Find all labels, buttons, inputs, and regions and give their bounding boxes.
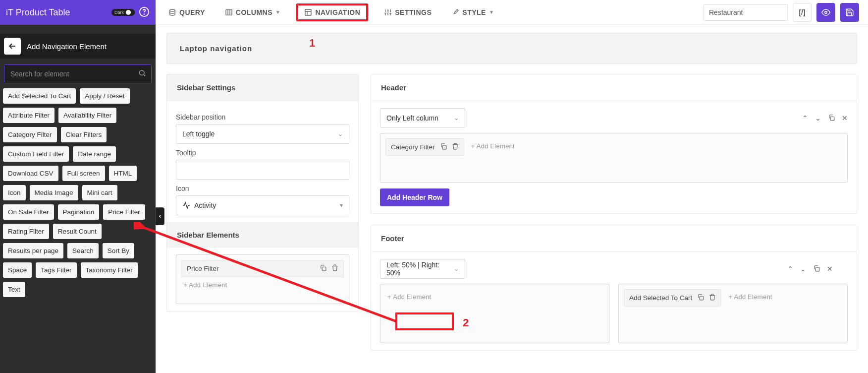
dark-mode-toggle[interactable]: Dark <box>111 9 135 16</box>
close-icon[interactable]: ✕ <box>827 265 833 273</box>
sidebar-settings-heading: Sidebar Settings <box>167 74 358 101</box>
add-header-element[interactable]: + Add Element <box>469 138 517 154</box>
footer-body: Left: 50% | Right: 50% ⌄ ⌃ ⌄ ✕ + Add Ele… <box>371 252 857 350</box>
dark-label: Dark <box>114 10 124 15</box>
trash-icon[interactable] <box>709 294 716 302</box>
svg-rect-10 <box>815 267 819 271</box>
svg-rect-9 <box>442 145 446 149</box>
sidebar-settings-body: Sidebar position Left toggle ⌄ Tooltip I… <box>167 101 358 222</box>
element-chip[interactable]: Text <box>3 282 25 297</box>
columns: Sidebar Settings Sidebar position Left t… <box>166 74 857 351</box>
tab-style[interactable]: STYLE ▼ <box>447 5 498 19</box>
tab-query-label: QUERY <box>179 8 205 16</box>
tab-query[interactable]: QUERY <box>164 5 209 19</box>
save-button[interactable] <box>840 3 859 22</box>
add-footer-left-element[interactable]: + Add Element <box>385 289 604 305</box>
element-chip-label: Price Filter <box>187 265 315 272</box>
left-column: Sidebar Settings Sidebar position Left t… <box>166 74 359 311</box>
element-chip[interactable]: Clear Filters <box>61 127 107 142</box>
element-chip[interactable]: Media Image <box>30 185 78 200</box>
footer-layout-select[interactable]: Left: 50% | Right: 50% ⌄ <box>380 259 465 279</box>
element-chip[interactable]: Availability Filter <box>58 108 116 123</box>
element-chip[interactable]: Pagination <box>58 204 100 220</box>
svg-point-2 <box>140 70 144 75</box>
element-chip[interactable]: Apply / Reset <box>80 88 129 104</box>
header-element-chip[interactable]: Category Filter <box>385 138 464 156</box>
chevron-down-icon[interactable]: ⌄ <box>815 114 821 122</box>
add-sidebar-element[interactable]: + Add Element <box>181 277 344 293</box>
topbar: QUERY COLUMNS ▼ NAVIGATION SETTINGS STYL… <box>156 0 868 25</box>
sidebar-header-right: Dark <box>111 6 150 19</box>
header-row-actions: ⌃ ⌄ ✕ <box>802 114 848 123</box>
search-icon[interactable] <box>138 69 146 79</box>
trash-icon[interactable] <box>452 143 459 151</box>
element-chip[interactable]: Results per page <box>3 243 63 258</box>
element-chip[interactable]: Taxonomy Filter <box>81 262 138 278</box>
element-chip[interactable]: Custom Field Filter <box>3 146 69 162</box>
topbar-tabs: QUERY COLUMNS ▼ NAVIGATION SETTINGS STYL… <box>164 3 498 21</box>
trash-icon[interactable] <box>331 264 338 273</box>
footer-right-dropzone[interactable]: Add Selected To Cart + Add Element <box>618 284 848 343</box>
element-chip[interactable]: Attribute Filter <box>3 108 54 123</box>
tab-columns[interactable]: COLUMNS ▼ <box>221 5 285 19</box>
tab-settings[interactable]: SETTINGS <box>380 5 435 19</box>
add-header-row-button[interactable]: Add Header Row <box>380 188 449 206</box>
chevron-up-icon[interactable]: ⌃ <box>787 265 793 273</box>
svg-rect-8 <box>830 117 834 121</box>
svg-rect-11 <box>700 296 704 300</box>
close-icon[interactable]: ✕ <box>842 114 848 122</box>
element-chip[interactable]: HTML <box>109 166 137 181</box>
add-footer-right-element[interactable]: + Add Element <box>726 289 774 305</box>
element-chip[interactable]: Result Count <box>53 224 102 239</box>
sidebar-elements-body: Price Filter + Add Element <box>167 248 358 311</box>
element-chip[interactable]: Sort By <box>103 243 134 258</box>
preview-button[interactable] <box>816 3 835 22</box>
copy-icon[interactable] <box>697 294 704 302</box>
chevron-down-icon: ⌄ <box>454 265 459 272</box>
element-chip[interactable]: Download CSV <box>3 166 58 181</box>
back-button[interactable] <box>4 38 21 55</box>
footer-right-chip[interactable]: Add Selected To Cart <box>624 289 721 307</box>
sidebar-header: iT Product Table Dark <box>0 0 156 25</box>
element-chip[interactable]: Rating Filter <box>3 224 49 239</box>
icon-select[interactable]: Activity ▾ <box>176 195 349 215</box>
element-chip[interactable]: On Sale Filter <box>3 204 54 220</box>
header-dropzone[interactable]: Category Filter + Add Element <box>380 133 848 183</box>
element-chip[interactable]: Tags Filter <box>36 262 76 278</box>
element-chip[interactable]: Full screen <box>62 166 105 181</box>
element-chip[interactable]: Search <box>67 243 99 258</box>
chevron-down-icon[interactable]: ⌄ <box>800 265 806 273</box>
tab-navigation[interactable]: NAVIGATION <box>296 3 368 21</box>
element-chip[interactable]: Price Filter <box>103 204 145 220</box>
page-header: Laptop navigation <box>166 33 857 64</box>
element-chip[interactable]: Date range <box>73 146 116 162</box>
sidebar-collapse-handle[interactable] <box>156 207 164 225</box>
element-chip[interactable]: Icon <box>3 185 26 200</box>
element-chip-label: Add Selected To Cart <box>629 294 692 302</box>
element-chip[interactable]: Space <box>3 262 32 278</box>
copy-icon[interactable] <box>813 265 820 273</box>
copy-icon[interactable] <box>828 114 835 123</box>
element-chip[interactable]: Category Filter <box>3 127 57 142</box>
sidebar-subheader: Add Navigation Element <box>0 34 156 59</box>
icon-label: Icon <box>176 185 349 192</box>
chevron-up-icon[interactable]: ⌃ <box>802 114 808 122</box>
sidebar-element-chip[interactable]: Price Filter <box>181 260 344 277</box>
footer-left-dropzone[interactable]: + Add Element <box>380 284 609 343</box>
shortcode-button[interactable]: [/] <box>793 3 812 22</box>
element-chip[interactable]: Mini cart <box>82 185 117 200</box>
copy-icon[interactable] <box>440 143 447 151</box>
toggle-knob <box>126 10 131 15</box>
sidebar-position-select[interactable]: Left toggle ⌄ <box>176 124 349 144</box>
search-input[interactable] <box>4 65 151 83</box>
right-column: Header Only Left column ⌄ ⌃ ⌄ ✕ <box>371 74 857 351</box>
tab-style-label: STYLE <box>462 8 486 16</box>
copy-icon[interactable] <box>320 264 326 273</box>
tooltip-input[interactable] <box>176 160 349 180</box>
sidebar-elements-dropzone[interactable]: Price Filter + Add Element <box>176 254 349 304</box>
chevron-down-icon: ▾ <box>340 202 343 209</box>
help-icon[interactable] <box>139 6 150 19</box>
table-name-input[interactable] <box>704 4 788 21</box>
element-chip[interactable]: Add Selected To Cart <box>3 88 76 104</box>
header-layout-select[interactable]: Only Left column ⌄ <box>380 108 465 128</box>
